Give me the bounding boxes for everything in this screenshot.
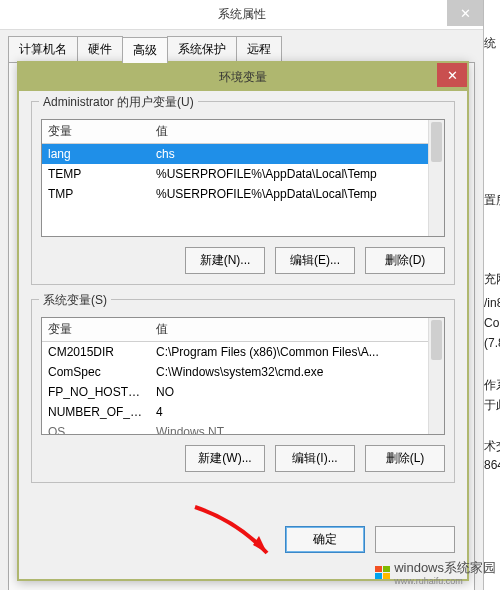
watermark-url: www.ruhaifu.com: [394, 577, 496, 586]
list-row[interactable]: CM2015DIR C:\Program Files (x86)\Common …: [42, 342, 444, 362]
cell-value: chs: [150, 144, 444, 164]
sysprops-title: 系统属性: [0, 6, 483, 23]
bg-text: 作系统，: [484, 377, 500, 394]
user-variables-list[interactable]: 变量 值 lang chs TEMP %USERPROFILE%\AppData…: [41, 119, 445, 237]
col-variable: 变量: [42, 120, 150, 143]
tab-advanced[interactable]: 高级: [122, 37, 168, 63]
envdlg-title: 环境变量: [19, 69, 467, 86]
bg-text: (7.88 G: [484, 336, 500, 350]
cancel-button-partial[interactable]: [375, 526, 455, 553]
sysprops-tabstrip: 计算机名 硬件 高级 系统保护 远程: [0, 30, 483, 62]
envdlg-close-button[interactable]: ✕: [437, 63, 467, 87]
cell-value: %USERPROFILE%\AppData\Local\Temp: [150, 164, 444, 184]
col-value: 值: [150, 318, 444, 341]
cell-name: FP_NO_HOST_CH...: [42, 382, 150, 402]
col-value: 值: [150, 120, 444, 143]
environment-variables-dialog: 环境变量 ✕ Administrator 的用户变量(U) 变量 值 lang …: [17, 61, 469, 581]
tab-remote[interactable]: 远程: [236, 36, 282, 62]
edit-sys-var-button[interactable]: 编辑(I)...: [275, 445, 355, 472]
envdlg-titlebar: 环境变量 ✕: [19, 63, 467, 91]
user-variables-group: Administrator 的用户变量(U) 变量 值 lang chs TEM…: [31, 101, 455, 285]
delete-user-var-button[interactable]: 删除(D): [365, 247, 445, 274]
sysprops-close-button[interactable]: ✕: [447, 0, 483, 26]
ok-button[interactable]: 确定: [285, 526, 365, 553]
bg-text: Core(T: [484, 316, 500, 330]
cell-value: %USERPROFILE%\AppData\Local\Temp: [150, 184, 444, 204]
cell-name: CM2015DIR: [42, 342, 150, 362]
system-buttons: 新建(W)... 编辑(I)... 删除(L): [41, 445, 445, 472]
list-row[interactable]: ComSpec C:\Windows\system32\cmd.exe: [42, 362, 444, 382]
cell-name: lang: [42, 144, 150, 164]
bg-text: 术交流群: [484, 438, 500, 455]
col-variable: 变量: [42, 318, 150, 341]
cell-name: TEMP: [42, 164, 150, 184]
cell-value: NO: [150, 382, 444, 402]
cell-name: TMP: [42, 184, 150, 204]
sysprops-titlebar: 系统属性 ✕: [0, 0, 483, 30]
list-header: 变量 值: [42, 318, 444, 342]
envdlg-body: Administrator 的用户变量(U) 变量 值 lang chs TEM…: [19, 91, 467, 507]
user-buttons: 新建(N)... 编辑(E)... 删除(D): [41, 247, 445, 274]
list-header: 变量 值: [42, 120, 444, 144]
windows-logo-icon: [375, 566, 391, 580]
system-variables-label: 系统变量(S): [39, 292, 111, 309]
system-variables-group: 系统变量(S) 变量 值 CM2015DIR C:\Program Files …: [31, 299, 455, 483]
close-icon: ✕: [460, 6, 471, 21]
list-row[interactable]: NUMBER_OF_PR... 4: [42, 402, 444, 422]
cell-value: C:\Program Files (x86)\Common Files\A...: [150, 342, 444, 362]
tab-computer-name[interactable]: 计算机名: [8, 36, 78, 62]
user-variables-label: Administrator 的用户变量(U): [39, 94, 198, 111]
bg-text: 于此显示: [484, 397, 500, 414]
close-icon: ✕: [447, 68, 458, 83]
bg-text: 充网: [484, 271, 500, 288]
bg-text: /in8.1 6: [484, 296, 500, 310]
cell-value: Windows NT: [150, 422, 444, 435]
system-variables-list[interactable]: 变量 值 CM2015DIR C:\Program Files (x86)\Co…: [41, 317, 445, 435]
list-row[interactable]: TEMP %USERPROFILE%\AppData\Local\Temp: [42, 164, 444, 184]
scrollbar-thumb[interactable]: [431, 122, 442, 162]
watermark-text: windows系统家园: [394, 560, 496, 575]
cell-name: OS: [42, 422, 150, 435]
list-row[interactable]: FP_NO_HOST_CH... NO: [42, 382, 444, 402]
tab-hardware[interactable]: 硬件: [77, 36, 123, 62]
scrollbar[interactable]: [428, 120, 444, 236]
new-user-var-button[interactable]: 新建(N)...: [185, 247, 265, 274]
list-row[interactable]: TMP %USERPROFILE%\AppData\Local\Temp: [42, 184, 444, 204]
background-window-peek: 统 置所有 充网 /in8.1 6 Core(T (7.88 G 作系统， 于此…: [484, 0, 500, 590]
list-row[interactable]: OS Windows NT: [42, 422, 444, 435]
bg-text: 统: [484, 35, 496, 52]
new-sys-var-button[interactable]: 新建(W)...: [185, 445, 265, 472]
delete-sys-var-button[interactable]: 删除(L): [365, 445, 445, 472]
cell-name: NUMBER_OF_PR...: [42, 402, 150, 422]
edit-user-var-button[interactable]: 编辑(E)...: [275, 247, 355, 274]
bg-text: 置所有: [484, 192, 500, 209]
scrollbar[interactable]: [428, 318, 444, 434]
watermark: windows系统家园 www.ruhaifu.com: [375, 559, 496, 586]
list-row[interactable]: lang chs: [42, 144, 444, 164]
cell-value: C:\Windows\system32\cmd.exe: [150, 362, 444, 382]
bg-text: 864218: [484, 458, 500, 472]
cell-name: ComSpec: [42, 362, 150, 382]
scrollbar-thumb[interactable]: [431, 320, 442, 360]
cell-value: 4: [150, 402, 444, 422]
tab-system-protection[interactable]: 系统保护: [167, 36, 237, 62]
